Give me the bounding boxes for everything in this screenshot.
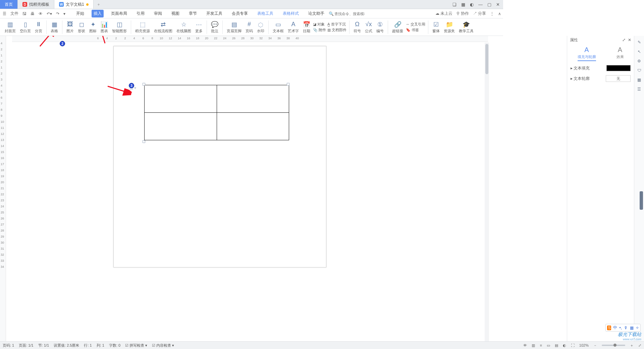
rb-symbol[interactable]: Ω符号 <box>352 20 362 34</box>
badge-2: 2 <box>60 41 65 46</box>
new-tab-button[interactable]: ＋ <box>94 0 104 9</box>
grid-icon[interactable]: ▦ <box>461 2 465 7</box>
menu-insert[interactable]: 插入 <box>92 10 104 17</box>
word-icon: W <box>59 2 64 7</box>
tab-templates[interactable]: D 找稻壳模板 <box>18 0 54 9</box>
ribbon: ▥封面页 ▯空白页 ⏸分页 ▦表格 🖼图片 ◻形状 ✦图标 📊图表 ◫智能图形 … <box>0 18 503 36</box>
search-box[interactable]: 🔍 <box>327 11 366 17</box>
rb-chart[interactable]: 📊图表 <box>99 20 109 34</box>
cloud-status[interactable]: ☁ 未上云 <box>435 11 452 16</box>
work-area: 4212123456789101112131415161718192021222… <box>0 36 503 272</box>
rb-form[interactable]: ☑窗体 <box>431 20 441 34</box>
rb-number[interactable]: ①编号 <box>375 20 385 34</box>
daokeicon: D <box>22 2 27 7</box>
coop-button[interactable]: ⚲ 协作 <box>457 11 469 16</box>
rb-attach[interactable]: 📎 附件 <box>313 28 326 33</box>
menu-bar: ☰ 文件 🖫 🖶 👁 ↶▾ ↷ ▾ 开始 插入 页面布局 引用 审阅 视图 章节… <box>0 9 503 18</box>
menu-review[interactable]: 审阅 <box>152 10 164 17</box>
vertical-ruler: 4212123456789101112131415161718192021222… <box>0 36 6 272</box>
rb-break[interactable]: ⏸分页 <box>34 20 44 34</box>
rb-mind[interactable]: ☆在线脑图 <box>175 20 193 34</box>
rb-object[interactable]: ◪ 对象 <box>313 22 326 27</box>
rb-blank[interactable]: ▯空白页 <box>18 20 32 34</box>
maximize-button[interactable]: ▢ <box>487 2 491 7</box>
vertical-scrollbar[interactable] <box>485 43 489 272</box>
rb-docparts[interactable]: ▥ 文档部件 <box>327 28 346 33</box>
tab-doc1[interactable]: W 文字文稿1 <box>54 0 94 9</box>
menu-tablestyle[interactable]: 表格样式 <box>281 10 301 17</box>
search-input[interactable] <box>334 12 365 16</box>
rb-headerfooter[interactable]: ▤页眉页脚 <box>225 20 243 34</box>
rb-watermark[interactable]: ◌水印 <box>256 20 266 34</box>
rb-cross[interactable]: ↔ 交叉引用 <box>406 22 425 27</box>
dropdown-icon[interactable]: ▾ <box>63 11 66 16</box>
title-bar: 首页 D 找稻壳模板 W 文字文稿1 ＋ ❏ ▦ ◐ — ▢ ✕ <box>0 0 503 9</box>
rb-bookmark[interactable]: 🔖 书签 <box>406 28 425 33</box>
rb-hyperlink[interactable]: 🔗超链接 <box>391 20 405 34</box>
menu-icon[interactable]: ☰ <box>2 11 7 16</box>
window-controls: ❏ ▦ ◐ — ▢ ✕ <box>452 0 503 9</box>
layout1-icon[interactable]: ❏ <box>452 2 457 7</box>
menu-thesis[interactable]: 论文助手 <box>306 10 326 17</box>
rb-textbox[interactable]: ▭文本框 <box>271 20 285 34</box>
undo-icon[interactable]: ↶▾ <box>46 11 53 16</box>
rb-pageno[interactable]: #页码 <box>244 20 254 34</box>
menu-start[interactable]: 开始 <box>74 10 86 17</box>
unsaved-dot-icon <box>86 3 89 6</box>
save-icon[interactable]: 🖫 <box>22 11 27 16</box>
menu-dev[interactable]: 开发工具 <box>204 10 224 17</box>
rb-comment[interactable]: 💬批注 <box>210 20 220 34</box>
rb-wordart[interactable]: A艺术字 <box>286 20 300 34</box>
rb-table[interactable]: ▦表格 <box>49 20 59 34</box>
menu-pagelayout[interactable]: 页面布局 <box>109 10 129 17</box>
print-icon[interactable]: 🖶 <box>30 11 35 16</box>
search-icon: 🔍 <box>329 11 334 16</box>
menu-member[interactable]: 会员专享 <box>230 10 250 17</box>
rb-icon[interactable]: ✦图标 <box>88 20 98 34</box>
menu-reference[interactable]: 引用 <box>135 10 147 17</box>
canvas[interactable]: 642246810121416182022242628303234363840 … <box>6 36 503 272</box>
document-page[interactable]: ▤ ▾ <box>113 46 326 267</box>
menu-tabletools[interactable]: 表格工具 <box>255 10 275 17</box>
rb-daoke[interactable]: ⬚稻壳资源 <box>134 20 151 34</box>
rb-flow[interactable]: ⇄在线流程图 <box>153 20 174 34</box>
rb-resource[interactable]: 📁资源夹 <box>442 20 456 34</box>
collapse-icon[interactable]: ∧ <box>498 11 501 16</box>
horizontal-ruler: 642246810121416182022242628303234363840 <box>12 36 488 42</box>
preview-icon[interactable]: 👁 <box>38 11 43 16</box>
rb-shape[interactable]: ◻形状 <box>76 20 87 34</box>
menu-chapter[interactable]: 章节 <box>187 10 199 17</box>
file-menu[interactable]: 文件 <box>10 11 19 16</box>
rb-more[interactable]: ⋯更多 <box>194 20 204 34</box>
minimize-button[interactable]: — <box>478 2 483 7</box>
rb-dropcap[interactable]: A̲ 首字下沉 <box>327 22 346 27</box>
menu-view[interactable]: 视图 <box>169 10 181 17</box>
rb-cover[interactable]: ▥封面页 <box>3 20 17 34</box>
rb-smartart[interactable]: ◫智能图形 <box>111 20 128 34</box>
avatar-icon[interactable]: ◐ <box>470 2 474 7</box>
close-button[interactable]: ✕ <box>496 2 500 7</box>
menu-tabs: 开始 插入 页面布局 引用 审阅 视图 章节 开发工具 会员专享 表格工具 表格… <box>74 10 326 17</box>
tab-home[interactable]: 首页 <box>0 0 18 9</box>
rb-picture[interactable]: 🖼图片 <box>65 20 75 34</box>
more-icon[interactable]: ⋮ <box>490 11 494 16</box>
redo-icon[interactable]: ↷ <box>55 11 60 16</box>
share-button[interactable]: ↗ 分享 <box>473 11 486 16</box>
badge-3: 3 <box>129 83 134 88</box>
inserted-table[interactable] <box>144 85 289 140</box>
rb-teach[interactable]: 🎓教学工具 <box>458 20 475 34</box>
rb-date[interactable]: 📅日期 <box>302 20 312 34</box>
rb-equation[interactable]: √x公式 <box>364 20 374 34</box>
